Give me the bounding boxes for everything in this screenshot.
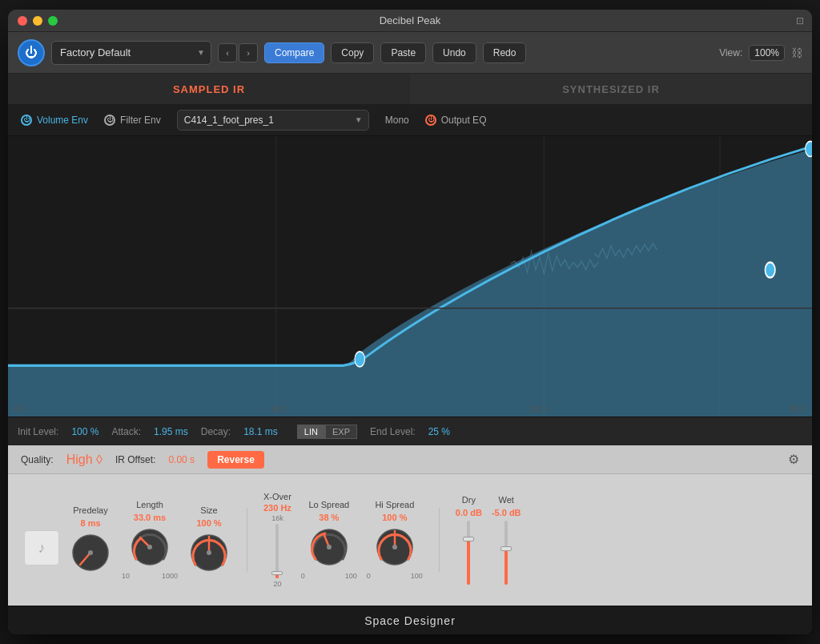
output-eq-toggle[interactable]: ⏻ Output EQ — [425, 115, 487, 126]
tabs-bar: SAMPLED IR SYNTHESIZED IR — [8, 74, 812, 104]
lo-spread-tick-labels: 0 100 — [301, 572, 357, 580]
maximize-button[interactable] — [48, 16, 58, 26]
size-label: Size — [200, 505, 217, 515]
envelope-display: 0.0 10.0 20.0 30.0 — [8, 136, 812, 417]
size-value: 100 % — [196, 518, 221, 528]
volume-env-power-icon: ⏻ — [21, 115, 32, 126]
separator-2 — [439, 508, 440, 572]
lo-spread-tick-min: 0 — [301, 572, 305, 580]
length-knob[interactable] — [128, 525, 171, 569]
size-knob[interactable] — [187, 531, 231, 574]
hi-spread-knob-group: Hi Spread 100 % 0 100 — [367, 500, 423, 580]
hi-spread-tick-max: 100 — [411, 572, 423, 580]
quality-value[interactable]: High ◊ — [66, 453, 102, 467]
link-icon[interactable]: ⛓ — [791, 46, 802, 59]
length-tick-labels: 10 1000 — [122, 572, 178, 580]
init-level-value: 100 % — [71, 426, 98, 437]
length-tick-min: 10 — [122, 572, 130, 580]
dry-slider-group: Dry 0.0 dB — [456, 495, 482, 585]
expand-icon[interactable]: ⊡ — [796, 15, 804, 26]
paste-button[interactable]: Paste — [380, 42, 426, 63]
wet-slider-track — [504, 521, 508, 585]
undo-button[interactable]: Undo — [432, 42, 476, 63]
status-bar-text: Space Designer — [364, 614, 456, 627]
nav-back-button[interactable]: ‹ — [218, 43, 237, 62]
wet-label: Wet — [499, 495, 514, 505]
ir-file-selector[interactable]: C414_1_foot_pres_1 ▼ — [177, 110, 369, 131]
ir-offset-label: IR Offset: — [115, 454, 155, 465]
dry-slider[interactable] — [459, 521, 478, 585]
traffic-lights[interactable] — [18, 16, 58, 26]
wet-value: -5.0 dB — [492, 508, 521, 517]
envelope-params: Init Level: 100 % Attack: 1.95 ms Decay:… — [8, 417, 812, 445]
wet-slider[interactable] — [496, 521, 516, 585]
volume-env-toggle[interactable]: ⏻ Volume Env — [21, 115, 88, 126]
length-value: 33.0 ms — [134, 513, 166, 522]
ir-file-dropdown[interactable]: C414_1_foot_pres_1 — [177, 110, 369, 131]
hi-spread-knob[interactable] — [373, 525, 416, 569]
exp-button[interactable]: EXP — [325, 425, 357, 439]
init-level-label: Init Level: — [18, 426, 58, 437]
separator-1 — [247, 508, 247, 572]
dry-slider-fill — [467, 540, 470, 585]
power-icon: ⏻ — [25, 46, 38, 60]
wet-slider-fill — [504, 549, 508, 585]
xover-slider-thumb[interactable] — [271, 571, 283, 575]
x-label-30: 30.0 — [790, 405, 806, 413]
length-knob-group: Length 33.0 ms — [122, 500, 178, 580]
svg-point-4 — [355, 352, 365, 367]
dry-slider-thumb[interactable] — [463, 537, 474, 541]
x-label-10: 10.0 — [270, 405, 285, 413]
lin-button[interactable]: LIN — [297, 425, 325, 439]
hi-spread-value: 100 % — [382, 513, 407, 522]
predelay-knob-group: Predelay 8 ms — [69, 505, 112, 574]
ir-offset-value: 0.00 s — [168, 454, 195, 465]
output-eq-power-icon: ⏻ — [425, 115, 436, 126]
filter-env-toggle[interactable]: ⏻ Filter Env — [104, 115, 161, 126]
close-button[interactable] — [18, 16, 27, 26]
xover-label: X-Over — [263, 492, 291, 501]
dry-slider-track — [467, 521, 470, 585]
svg-point-15 — [207, 550, 211, 555]
predelay-knob[interactable] — [69, 531, 112, 574]
xover-tick-top: 16k — [271, 514, 283, 522]
x-label-0: 0.0 — [14, 405, 26, 413]
predelay-label: Predelay — [73, 505, 107, 515]
preset-dropdown[interactable]: Factory Default — [51, 41, 211, 65]
power-button[interactable]: ⏻ — [18, 39, 45, 66]
attack-label: Attack: — [111, 426, 141, 437]
ir-controls: ⏻ Volume Env ⏻ Filter Env C414_1_foot_pr… — [8, 104, 812, 136]
tab-synthesized-ir[interactable]: SYNTHESIZED IR — [410, 74, 812, 104]
xover-slider-wrap[interactable]: 16k 20 — [271, 514, 283, 588]
filter-env-power-icon: ⏻ — [104, 115, 115, 126]
nav-buttons: ‹ › — [218, 43, 258, 62]
compare-button[interactable]: Compare — [264, 42, 324, 63]
hi-spread-tick-labels: 0 100 — [367, 572, 423, 580]
minimize-button[interactable] — [33, 16, 42, 26]
toolbar-right: View: 100% ⛓ — [719, 45, 802, 61]
dry-label: Dry — [462, 495, 476, 505]
xover-slider-track — [275, 524, 279, 578]
tab-sampled-ir[interactable]: SAMPLED IR — [8, 74, 410, 104]
lo-spread-value: 38 % — [319, 513, 339, 522]
redo-button[interactable]: Redo — [483, 42, 527, 63]
nav-forward-button[interactable]: › — [239, 43, 258, 62]
dry-value: 0.0 dB — [456, 508, 482, 517]
xover-value: 230 Hz — [263, 503, 291, 513]
filter-env-label: Filter Env — [120, 115, 161, 126]
view-label: View: — [719, 47, 742, 58]
lin-exp-toggle: LIN EXP — [297, 425, 357, 439]
copy-button[interactable]: Copy — [331, 42, 374, 63]
knobs-row: ♪ Predelay 8 ms Length — [8, 474, 812, 606]
view-value[interactable]: 100% — [749, 45, 785, 61]
settings-icon[interactable]: ⚙ — [788, 452, 799, 467]
end-level-value: 25 % — [428, 426, 450, 437]
wet-slider-thumb[interactable] — [500, 546, 512, 551]
lo-spread-label: Lo Spread — [308, 500, 349, 509]
reverse-button[interactable]: Reverse — [207, 451, 264, 469]
svg-point-5 — [765, 263, 775, 278]
lo-spread-knob[interactable] — [308, 525, 351, 569]
svg-point-12 — [147, 545, 152, 549]
preset-selector[interactable]: Factory Default ▼ — [51, 41, 211, 65]
xover-tick-bottom: 20 — [273, 580, 281, 588]
